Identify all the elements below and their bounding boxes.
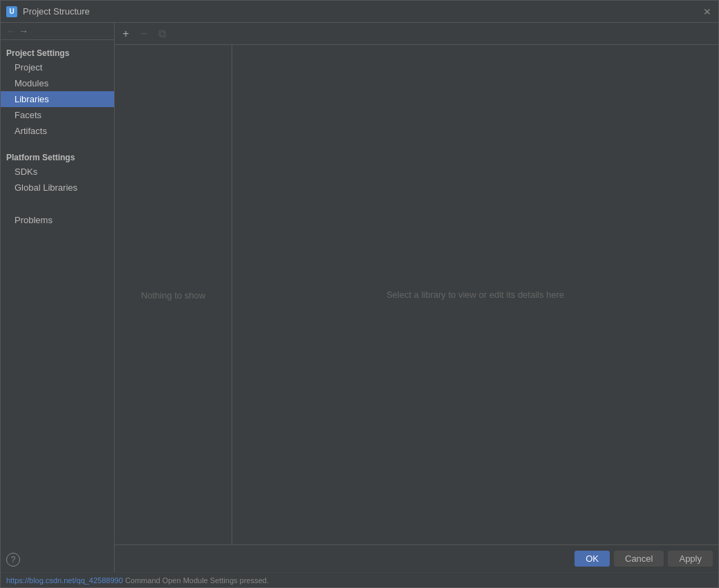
platform-settings-section: Platform Settings SDKs Global Libraries: [1, 144, 114, 201]
window-title: Project Structure: [23, 6, 90, 17]
sidebar: ← → Project Settings Project Modules Lib…: [1, 23, 115, 572]
content-area: Nothing to show Select a library to view…: [115, 45, 718, 544]
toolbar: + − ⧉: [115, 23, 718, 45]
close-button[interactable]: ✕: [702, 6, 713, 17]
sidebar-item-global-libraries[interactable]: Global Libraries: [1, 180, 114, 196]
sidebar-item-modules[interactable]: Modules: [1, 75, 114, 91]
sidebar-item-artifacts[interactable]: Artifacts: [1, 123, 114, 139]
copy-button[interactable]: ⧉: [153, 26, 170, 42]
nav-back-forward: ← →: [1, 23, 114, 40]
detail-prompt-text: Select a library to view or edit its det…: [386, 290, 564, 300]
problems-section: Problems: [1, 201, 114, 234]
project-settings-header: Project Settings: [1, 46, 114, 59]
cancel-button[interactable]: Cancel: [614, 551, 664, 567]
status-bar: https://blog.csdn.net/qq_42588990 Comman…: [1, 572, 718, 587]
bottom-bar: OK Cancel Apply: [115, 544, 718, 572]
apply-button[interactable]: Apply: [668, 551, 713, 567]
sidebar-item-libraries[interactable]: Libraries: [1, 91, 114, 107]
remove-button[interactable]: −: [136, 26, 152, 42]
sidebar-item-project[interactable]: Project: [1, 59, 114, 75]
right-panel: + − ⧉ Nothing to show Select a library t…: [115, 23, 718, 572]
status-link[interactable]: https://blog.csdn.net/qq_42588990: [6, 576, 123, 585]
library-list: Nothing to show: [115, 45, 232, 544]
sidebar-item-sdks[interactable]: SDKs: [1, 164, 114, 180]
detail-panel: Select a library to view or edit its det…: [232, 45, 718, 544]
sidebar-bottom: ?: [1, 547, 114, 572]
help-button[interactable]: ?: [6, 553, 20, 567]
back-arrow-icon[interactable]: ←: [6, 26, 16, 37]
sidebar-item-facets[interactable]: Facets: [1, 107, 114, 123]
app-icon: U: [6, 6, 17, 17]
main-content: ← → Project Settings Project Modules Lib…: [1, 23, 718, 572]
project-settings-section: Project Settings Project Modules Librari…: [1, 40, 114, 144]
status-command-text: Command Open Module Settings pressed.: [125, 576, 269, 585]
sidebar-item-problems[interactable]: Problems: [1, 212, 114, 228]
nothing-to-show-label: Nothing to show: [141, 290, 205, 300]
platform-settings-header: Platform Settings: [1, 150, 114, 164]
ok-button[interactable]: OK: [575, 551, 610, 567]
title-bar-left: U Project Structure: [6, 6, 90, 17]
project-structure-dialog: U Project Structure ✕ ← → Project Settin…: [0, 0, 719, 588]
forward-arrow-icon[interactable]: →: [19, 26, 28, 37]
title-bar: U Project Structure ✕: [1, 1, 718, 23]
bottom-right: OK Cancel Apply: [575, 551, 713, 567]
add-button[interactable]: +: [118, 26, 134, 42]
